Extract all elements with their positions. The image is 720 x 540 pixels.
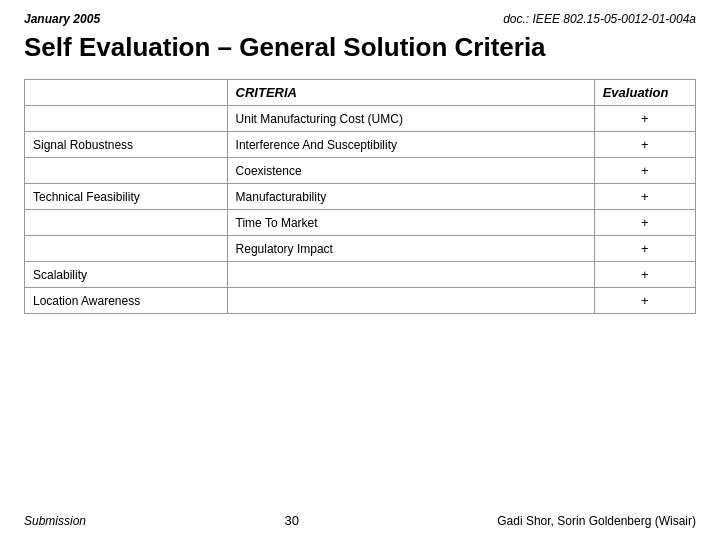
footer-left: Submission [24,514,86,528]
table-row: Regulatory Impact+ [25,236,696,262]
row-eval-value: + [594,106,695,132]
row-criteria-text: Coexistence [227,158,594,184]
row-eval-value: + [594,184,695,210]
row-eval-value: + [594,236,695,262]
row-group-label [25,158,228,184]
table-header-row: CRITERIA Evaluation [25,80,696,106]
row-group-label [25,106,228,132]
row-criteria-text [227,262,594,288]
row-criteria-text [227,288,594,314]
table-row: Scalability+ [25,262,696,288]
row-criteria-text: Time To Market [227,210,594,236]
row-eval-value: + [594,158,695,184]
header: January 2005 doc.: IEEE 802.15-05-0012-0… [24,12,696,26]
row-group-label: Scalability [25,262,228,288]
evaluation-header: Evaluation [594,80,695,106]
row-group-label [25,210,228,236]
criteria-table: CRITERIA Evaluation Unit Manufacturing C… [24,79,696,314]
table-row: Location Awareness+ [25,288,696,314]
criteria-header: CRITERIA [227,80,594,106]
row-group-label: Signal Robustness [25,132,228,158]
table-row: Unit Manufacturing Cost (UMC)+ [25,106,696,132]
footer-center: 30 [284,513,298,528]
header-date: January 2005 [24,12,100,26]
footer-right: Gadi Shor, Sorin Goldenberg (Wisair) [497,514,696,528]
table-row: Time To Market+ [25,210,696,236]
row-criteria-text: Manufacturability [227,184,594,210]
col1-header [25,80,228,106]
row-criteria-text: Interference And Susceptibility [227,132,594,158]
row-group-label [25,236,228,262]
row-criteria-text: Unit Manufacturing Cost (UMC) [227,106,594,132]
row-group-label: Location Awareness [25,288,228,314]
table-row: Signal RobustnessInterference And Suscep… [25,132,696,158]
footer: Submission 30 Gadi Shor, Sorin Goldenber… [24,509,696,528]
page-title: Self Evaluation – General Solution Crite… [24,32,696,63]
table-container: CRITERIA Evaluation Unit Manufacturing C… [24,79,696,499]
row-eval-value: + [594,262,695,288]
row-criteria-text: Regulatory Impact [227,236,594,262]
row-eval-value: + [594,288,695,314]
page: January 2005 doc.: IEEE 802.15-05-0012-0… [0,0,720,540]
row-group-label: Technical Feasibility [25,184,228,210]
table-row: Technical FeasibilityManufacturability+ [25,184,696,210]
row-eval-value: + [594,132,695,158]
row-eval-value: + [594,210,695,236]
table-row: Coexistence+ [25,158,696,184]
header-doc: doc.: IEEE 802.15-05-0012-01-004a [503,12,696,26]
